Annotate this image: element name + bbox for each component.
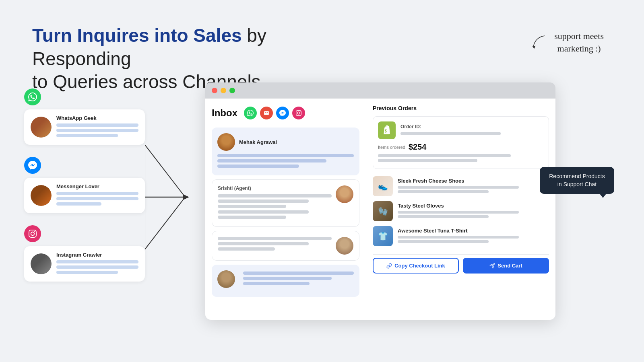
order-price: $254	[409, 142, 427, 152]
svg-line-4	[145, 197, 185, 249]
product-bar	[398, 211, 519, 214]
product-name-2: Tasty Steel Gloves	[398, 203, 549, 209]
hero-title-highlight: Turn Inquires into Sales	[32, 25, 242, 46]
browser-maximize-dot	[229, 88, 235, 93]
messenger-card: Messenger Lover	[24, 178, 145, 213]
product-thumb-shoes: 👟	[373, 176, 393, 196]
browser-minimize-dot	[221, 88, 226, 93]
inbox-channel-icons	[244, 107, 305, 119]
agent-avatar	[336, 185, 353, 203]
skeleton	[56, 197, 138, 200]
skeleton	[56, 129, 138, 132]
product-bar	[398, 215, 489, 218]
svg-marker-0	[533, 46, 536, 49]
inbox-whatsapp-icon	[244, 107, 257, 119]
product-item-2: 🧤 Tasty Steel Gloves	[373, 201, 549, 221]
product-bar	[398, 236, 519, 239]
annotation-line2: marketing :)	[557, 43, 601, 53]
items-ordered-label: Items ordered	[378, 145, 405, 150]
instagram-card: Instagram Crawler	[24, 246, 145, 282]
recommend-bubble: Recommend Products in Support Chat	[540, 167, 614, 194]
instagram-icon	[24, 225, 41, 242]
product-bar	[398, 190, 489, 193]
action-buttons: Copy Checkout Link Send Cart	[373, 254, 549, 274]
whatsapp-name: WhatsApp Geek	[56, 115, 138, 121]
conv-lines-1	[217, 154, 354, 168]
browser-close-dot	[212, 88, 217, 93]
annotation-arrow-icon	[526, 34, 550, 50]
copy-link-label: Copy Checkout Link	[394, 263, 445, 269]
inbox-title: Inbox	[212, 107, 237, 119]
agent-lines: Srishti (Agent)	[218, 185, 332, 221]
link-icon	[386, 263, 392, 269]
agent-name: Srishti (Agent)	[218, 185, 332, 191]
recommend-text: Recommend Products in Support Chat	[549, 173, 605, 187]
products-section: 👟 Sleek Fresh Cheese Shoes 🧤 Tasty Steel…	[373, 176, 549, 251]
agent-avatar-3	[336, 237, 353, 255]
inbox-instagram-icon	[292, 107, 305, 119]
annotation: support meets marketing :)	[554, 30, 604, 55]
whatsapp-card: WhatsApp Geek	[24, 109, 145, 145]
conversation-1[interactable]: Mehak Agrawal	[212, 128, 359, 175]
order-bar	[378, 159, 477, 162]
order-id-bar	[400, 132, 501, 135]
instagram-avatar	[31, 253, 52, 274]
product-thumb-tshirt: 👕	[373, 226, 393, 246]
order-card: Order ID: Items ordered $254	[373, 116, 549, 169]
conv-name-mehak: Mehak Agrawal	[239, 139, 277, 145]
send-cart-button[interactable]: Send Cart	[463, 258, 549, 274]
send-icon	[489, 263, 495, 269]
product-bar	[398, 240, 489, 243]
messenger-icon	[24, 157, 41, 174]
agent-lines-3	[218, 237, 332, 255]
shopify-icon	[378, 121, 396, 139]
browser-body: Inbox	[205, 99, 555, 320]
instagram-card-content: Instagram Crawler	[56, 252, 138, 276]
copy-checkout-link-button[interactable]: Copy Checkout Link	[373, 258, 459, 274]
instagram-name: Instagram Crawler	[56, 252, 138, 258]
skeleton	[56, 192, 138, 195]
whatsapp-card-content: WhatsApp Geek	[56, 115, 138, 139]
right-panel: Previous Orders Order ID: Items ordered …	[366, 99, 555, 320]
product-info-3: Awesome Steel Tuna T-Shirt	[398, 228, 549, 245]
browser-window: Inbox	[205, 82, 555, 320]
conv-avatar-mehak	[217, 133, 235, 151]
product-item-3: 👕 Awesome Steel Tuna T-Shirt	[373, 226, 549, 246]
product-name-1: Sleek Fresh Cheese Shoes	[398, 178, 549, 184]
messenger-group: Messenger Lover	[24, 157, 145, 213]
product-item-1: 👟 Sleek Fresh Cheese Shoes	[373, 176, 549, 196]
annotation-line1: support meets	[554, 31, 604, 41]
skeleton	[56, 265, 138, 269]
product-thumb-gloves: 🧤	[373, 201, 393, 221]
inbox-email-icon	[260, 107, 273, 119]
browser-titlebar	[205, 82, 555, 99]
order-id-label: Order ID:	[400, 124, 544, 130]
conversation-2[interactable]: Srishti (Agent)	[212, 179, 359, 227]
product-info-2: Tasty Steel Gloves	[398, 203, 549, 220]
send-cart-label: Send Cart	[497, 263, 522, 269]
inbox-messenger-icon	[276, 107, 289, 119]
skeleton	[56, 202, 101, 206]
messenger-name: Messenger Lover	[56, 183, 138, 189]
whatsapp-avatar	[31, 117, 52, 138]
conv-avatar-4	[217, 270, 235, 288]
order-details: Order ID:	[400, 124, 544, 137]
conversation-4[interactable]	[212, 265, 359, 297]
product-bar	[398, 186, 519, 189]
messenger-avatar	[31, 185, 52, 206]
messenger-card-content: Messenger Lover	[56, 183, 138, 208]
svg-line-1	[145, 145, 185, 197]
skeleton	[56, 260, 138, 263]
whatsapp-icon	[24, 88, 41, 105]
skeleton	[56, 271, 118, 274]
inbox-panel: Inbox	[205, 99, 366, 320]
instagram-group: Instagram Crawler	[24, 225, 145, 282]
whatsapp-group: WhatsApp Geek	[24, 88, 145, 145]
conversation-3[interactable]	[212, 231, 359, 261]
skeleton	[56, 134, 118, 137]
inbox-header: Inbox	[212, 107, 359, 119]
skeleton	[56, 123, 138, 127]
channel-list: WhatsApp Geek Messenger Lover	[24, 88, 145, 282]
product-info-1: Sleek Fresh Cheese Shoes	[398, 178, 549, 195]
order-bar	[378, 154, 511, 157]
